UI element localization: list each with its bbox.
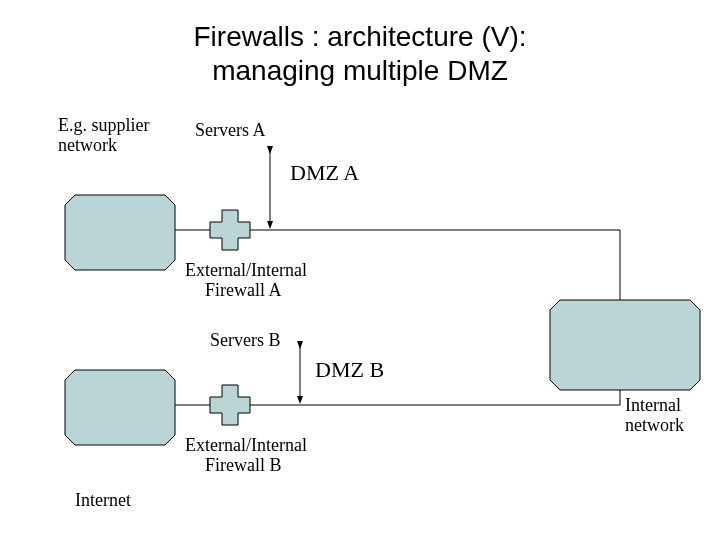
supplier-label-2: network — [58, 135, 117, 156]
supplier-network-shape — [65, 195, 175, 270]
firewall-b-label-2: Firewall B — [205, 455, 282, 476]
firewall-b-shape — [210, 385, 250, 425]
dmz-a-label: DMZ A — [290, 160, 359, 186]
diagram-svg — [0, 0, 720, 540]
firewall-b-label-1: External/Internal — [185, 435, 307, 456]
firewall-a-label-1: External/Internal — [185, 260, 307, 281]
firewall-a-label-2: Firewall A — [205, 280, 282, 301]
dmz-b-label: DMZ B — [315, 357, 384, 383]
supplier-label-1: E.g. supplier — [58, 115, 150, 136]
internal-label-1: Internal — [625, 395, 681, 416]
diagram-stage: Firewalls : architecture (V): managing m… — [0, 0, 720, 540]
servers-b-label: Servers B — [210, 330, 281, 351]
internet-label: Internet — [75, 490, 131, 511]
servers-a-label: Servers A — [195, 120, 266, 141]
internet-shape — [65, 370, 175, 445]
firewall-a-shape — [210, 210, 250, 250]
internal-network-shape — [550, 300, 700, 390]
internal-label-2: network — [625, 415, 684, 436]
